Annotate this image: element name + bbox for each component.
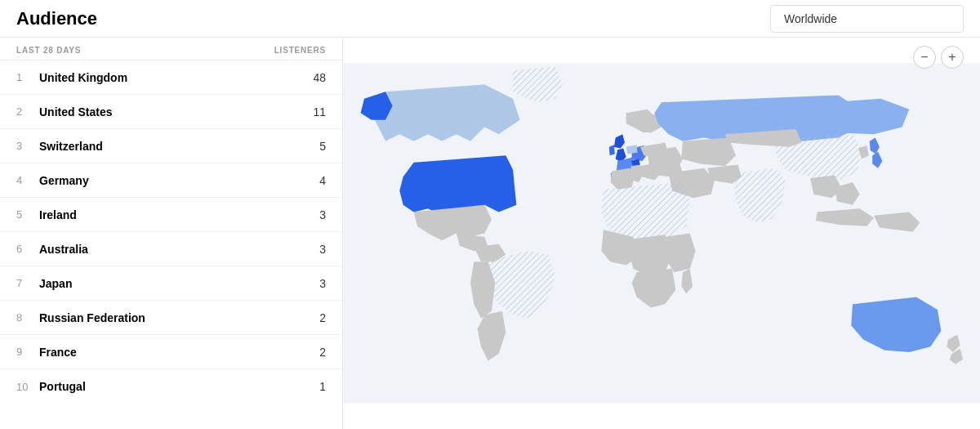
row-rank: 5 (16, 208, 39, 221)
row-country: United Kingdom (39, 71, 301, 84)
row-country: Japan (39, 277, 301, 290)
row-count: 4 (301, 174, 326, 187)
row-country: Ireland (39, 208, 301, 221)
col-period: LAST 28 DAYS (16, 46, 81, 55)
row-country: Germany (39, 174, 301, 187)
zoom-in-button[interactable]: + (941, 46, 964, 69)
row-rank: 2 (16, 105, 39, 118)
page-title: Audience (16, 8, 97, 29)
table-row[interactable]: 5 Ireland 3 (0, 198, 342, 232)
map-panel: − + (343, 38, 980, 429)
page-header: Audience Worldwide (0, 0, 980, 38)
map-container (343, 38, 980, 429)
row-rank: 6 (16, 243, 39, 255)
table-row[interactable]: 7 Japan 3 (0, 266, 342, 301)
row-rank: 7 (16, 277, 39, 289)
row-country: Portugal (39, 380, 301, 393)
row-country: Russian Federation (39, 311, 301, 324)
row-rank: 4 (16, 174, 39, 186)
row-country: Australia (39, 243, 301, 256)
main-content: LAST 28 DAYS LISTENERS 1 United Kingdom … (0, 38, 980, 429)
table-row[interactable]: 3 Switzerland 5 (0, 129, 342, 163)
table-row[interactable]: 4 Germany 4 (0, 163, 342, 198)
row-count: 5 (301, 140, 326, 153)
col-listeners: LISTENERS (274, 46, 326, 55)
row-rank: 8 (16, 311, 39, 324)
row-count: 11 (301, 105, 326, 118)
table-header: LAST 28 DAYS LISTENERS (0, 38, 342, 60)
row-rank: 9 (16, 346, 39, 358)
zoom-out-button[interactable]: − (913, 46, 936, 69)
row-rank: 10 (16, 381, 39, 393)
row-count: 2 (301, 346, 326, 359)
table-row[interactable]: 1 United Kingdom 48 (0, 60, 342, 95)
table-row[interactable]: 9 France 2 (0, 335, 342, 369)
row-count: 3 (301, 208, 326, 221)
table-row[interactable]: 8 Russian Federation 2 (0, 301, 342, 335)
row-rank: 1 (16, 71, 39, 83)
row-count: 3 (301, 243, 326, 256)
row-count: 3 (301, 277, 326, 290)
row-country: United States (39, 105, 301, 118)
map-controls: − + (913, 46, 964, 69)
row-rank: 3 (16, 140, 39, 152)
row-country: France (39, 346, 301, 359)
table-row[interactable]: 10 Portugal 1 (0, 369, 342, 404)
row-count: 1 (301, 380, 326, 393)
table-row[interactable]: 2 United States 11 (0, 95, 342, 129)
table-body: 1 United Kingdom 48 2 United States 11 3… (0, 60, 342, 404)
table-row[interactable]: 6 Australia 3 (0, 232, 342, 266)
row-count: 2 (301, 311, 326, 324)
worldwide-selector[interactable]: Worldwide (770, 5, 964, 33)
world-map-svg (343, 38, 980, 429)
row-count: 48 (301, 71, 326, 84)
row-country: Switzerland (39, 140, 301, 153)
audience-table: LAST 28 DAYS LISTENERS 1 United Kingdom … (0, 38, 343, 429)
